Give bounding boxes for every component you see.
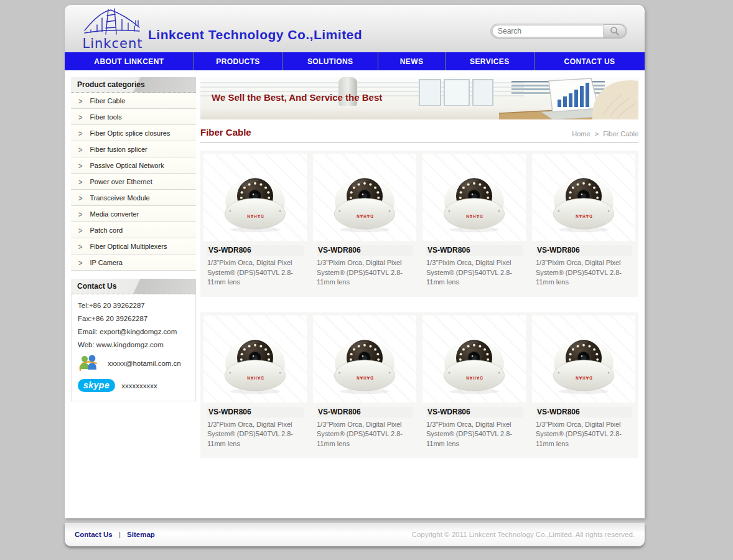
dome-camera-image bbox=[325, 159, 404, 236]
sidebar-item-media-converter[interactable]: >Media converter bbox=[71, 206, 196, 222]
product-name[interactable]: VS-WDR806 bbox=[536, 407, 632, 418]
sidebar-item-transceiver-module[interactable]: >Transceiver Module bbox=[71, 190, 196, 206]
product-image[interactable] bbox=[423, 315, 526, 403]
banner-slogan: We Sell the Best, And Service the Best bbox=[212, 92, 382, 103]
category-label: Fiber Optical Multiplexers bbox=[90, 243, 167, 250]
category-list: >Fiber Cable >Fiber tools >Fiber Optic s… bbox=[71, 93, 196, 271]
dome-camera-image bbox=[434, 159, 514, 236]
category-label: Passive Optical Network bbox=[90, 162, 164, 169]
product-image[interactable] bbox=[203, 154, 307, 241]
site-footer: Contact Us | Sitemap Copyright © 2011 Li… bbox=[65, 523, 645, 546]
contact-us-header: Contact Us bbox=[71, 279, 196, 294]
chevron-right-icon: > bbox=[78, 193, 82, 202]
search-box bbox=[490, 24, 627, 39]
category-label: Fiber fusion splicer bbox=[90, 146, 147, 153]
product-image[interactable] bbox=[313, 315, 416, 403]
product-card[interactable]: VS-WDR806 1/3"Pixim Orca, Digital Pixel … bbox=[532, 315, 635, 455]
skype-logo: skype bbox=[78, 379, 115, 392]
logo-text: Linkcent bbox=[78, 36, 147, 51]
dome-camera-image bbox=[215, 159, 295, 236]
bridge-logo-icon bbox=[81, 7, 143, 38]
breadcrumb-current: Fiber Cable bbox=[603, 130, 638, 138]
category-label: Media converter bbox=[90, 210, 139, 218]
footer-contact-us-link[interactable]: Contact Us bbox=[75, 531, 113, 538]
product-name[interactable]: VS-WDR806 bbox=[426, 245, 523, 256]
product-card[interactable]: VS-WDR806 1/3"Pixim Orca, Digital Pixel … bbox=[423, 154, 526, 294]
product-name[interactable]: VS-WDR806 bbox=[207, 407, 304, 418]
chevron-right-icon: > bbox=[78, 96, 82, 105]
dome-camera-image bbox=[434, 320, 514, 398]
sidebar-item-fiber-optical-multiplexers[interactable]: >Fiber Optical Multiplexers bbox=[71, 238, 196, 254]
chevron-right-icon: > bbox=[78, 258, 82, 266]
page-background: Linkcent Linkcent Technology Co.,Limited… bbox=[0, 0, 733, 560]
category-label: Fiber tools bbox=[90, 113, 121, 121]
contact-email: Email: export@kingdomgz.com bbox=[78, 328, 190, 335]
chevron-right-icon: > bbox=[78, 209, 82, 218]
nav-item-solutions[interactable]: SOLUTIONS bbox=[282, 52, 378, 70]
category-label: IP Camera bbox=[90, 259, 122, 266]
contact-web: Web: www.kingdomgz.com bbox=[78, 341, 190, 348]
product-card[interactable]: VS-WDR806 1/3"Pixim Orca, Digital Pixel … bbox=[203, 154, 307, 294]
product-name[interactable]: VS-WDR806 bbox=[536, 245, 632, 256]
product-card[interactable]: VS-WDR806 1/3"Pixim Orca, Digital Pixel … bbox=[532, 154, 635, 294]
product-card[interactable]: VS-WDR806 1/3"Pixim Orca, Digital Pixel … bbox=[313, 315, 416, 455]
main-column: We Sell the Best, And Service the Best F… bbox=[200, 77, 638, 458]
product-row-1: VS-WDR806 1/3"Pixim Orca, Digital Pixel … bbox=[200, 151, 638, 297]
chevron-right-icon: > bbox=[78, 161, 82, 169]
site-card: Linkcent Linkcent Technology Co.,Limited… bbox=[65, 5, 645, 518]
nav-item-news[interactable]: NEWS bbox=[378, 52, 444, 70]
product-categories-header: Product categories bbox=[71, 77, 196, 93]
sidebar-item-fiber-fusion-splicer[interactable]: >Fiber fusion splicer bbox=[71, 141, 196, 157]
nav-item-products[interactable]: PRODUCTS bbox=[194, 52, 282, 70]
product-name[interactable]: VS-WDR806 bbox=[317, 245, 413, 256]
product-desc: 1/3"Pixim Orca, Digital Pixel System® (D… bbox=[207, 258, 302, 287]
contact-tel: Tel:+86 20 39262287 bbox=[78, 302, 190, 309]
product-name[interactable]: VS-WDR806 bbox=[317, 407, 413, 418]
search-input[interactable] bbox=[492, 25, 604, 37]
product-card[interactable]: VS-WDR806 1/3"Pixim Orca, Digital Pixel … bbox=[203, 315, 307, 455]
product-row-2: VS-WDR806 1/3"Pixim Orca, Digital Pixel … bbox=[200, 312, 638, 459]
product-desc: 1/3"Pixim Orca, Digital Pixel System® (D… bbox=[536, 420, 630, 449]
content-area: Product categories >Fiber Cable >Fiber t… bbox=[65, 70, 645, 458]
msn-messenger-icon bbox=[78, 354, 99, 373]
product-desc: 1/3"Pixim Orca, Digital Pixel System® (D… bbox=[207, 420, 302, 449]
product-card[interactable]: VS-WDR806 1/3"Pixim Orca, Digital Pixel … bbox=[313, 154, 416, 294]
product-name[interactable]: VS-WDR806 bbox=[207, 245, 304, 256]
sidebar-item-fiber-tools[interactable]: >Fiber tools bbox=[71, 109, 196, 125]
category-label: Fiber Optic splice closures bbox=[90, 129, 170, 137]
skype-id[interactable]: xxxxxxxxxx bbox=[121, 382, 157, 390]
footer-sitemap-link[interactable]: Sitemap bbox=[127, 531, 155, 538]
breadcrumb-home-link[interactable]: Home bbox=[572, 130, 590, 138]
sidebar-item-ip-camera[interactable]: >IP Camera bbox=[71, 254, 196, 271]
product-image[interactable] bbox=[203, 315, 307, 403]
search-button[interactable] bbox=[604, 24, 626, 38]
sidebar-item-patch-cord[interactable]: >Patch cord bbox=[71, 222, 196, 238]
company-logo[interactable]: Linkcent bbox=[70, 6, 151, 51]
product-card[interactable]: VS-WDR806 1/3"Pixim Orca, Digital Pixel … bbox=[423, 315, 526, 455]
sidebar: Product categories >Fiber Cable >Fiber t… bbox=[71, 77, 196, 458]
category-label: Fiber Cable bbox=[90, 97, 125, 105]
nav-item-contact-us[interactable]: CONTACT US bbox=[534, 52, 645, 70]
search-icon bbox=[610, 26, 620, 36]
product-desc: 1/3"Pixim Orca, Digital Pixel System® (D… bbox=[426, 420, 521, 449]
dome-camera-image bbox=[325, 320, 404, 398]
footer-links: Contact Us | Sitemap bbox=[75, 531, 155, 538]
nav-item-services[interactable]: SERVICES bbox=[445, 52, 534, 70]
product-name[interactable]: VS-WDR806 bbox=[426, 407, 523, 418]
msn-address[interactable]: xxxxx@hotamil.com.cn bbox=[108, 360, 181, 367]
sidebar-item-fiber-cable[interactable]: >Fiber Cable bbox=[71, 93, 196, 109]
nav-item-about-linkcent[interactable]: ABOUT LINKCENT bbox=[65, 52, 194, 70]
product-image[interactable] bbox=[423, 154, 526, 241]
product-desc: 1/3"Pixim Orca, Digital Pixel System® (D… bbox=[536, 258, 630, 287]
sidebar-item-passive-optical-network[interactable]: >Passive Optical Network bbox=[71, 157, 196, 174]
page-title: Fiber Cable bbox=[200, 127, 251, 138]
product-image[interactable] bbox=[313, 154, 416, 241]
product-image[interactable] bbox=[532, 154, 635, 241]
sidebar-item-power-over-ethernet[interactable]: >Power over Ethernet bbox=[71, 174, 196, 190]
contact-box: Tel:+86 20 39262287 Fax:+86 20 39262287 … bbox=[71, 294, 196, 401]
dome-camera-image bbox=[544, 320, 623, 398]
skype-row: skype xxxxxxxxxx bbox=[78, 379, 190, 392]
category-label: Patch cord bbox=[90, 226, 123, 234]
product-image[interactable] bbox=[532, 315, 635, 403]
sidebar-item-fiber-optic-splice-closures[interactable]: >Fiber Optic splice closures bbox=[71, 125, 196, 141]
